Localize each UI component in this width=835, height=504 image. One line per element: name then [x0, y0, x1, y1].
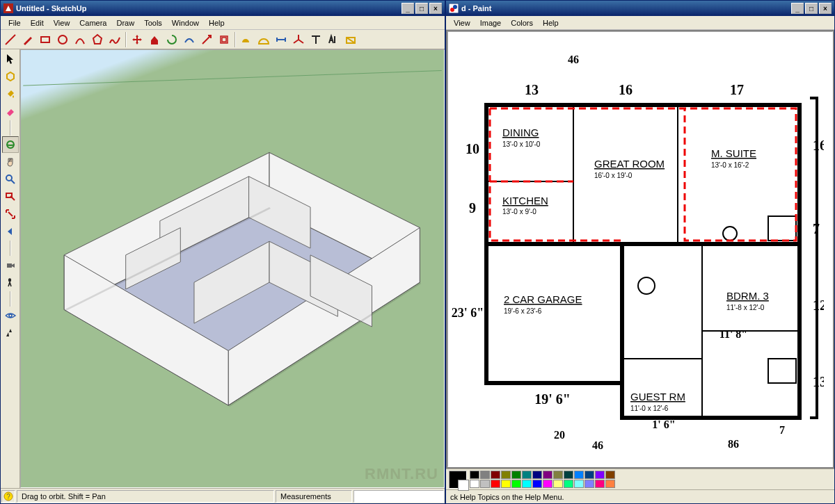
status-help-icon[interactable]: ?: [1, 490, 15, 503]
palette-swatch[interactable]: [532, 480, 542, 488]
svg-text:12: 12: [813, 298, 824, 313]
rotate-icon[interactable]: [164, 31, 180, 48]
offset-icon[interactable]: [216, 31, 232, 48]
sketchup-app-icon: [3, 3, 13, 13]
maximize-button[interactable]: □: [805, 3, 818, 14]
component-icon[interactable]: [2, 68, 19, 85]
sketchup-top-toolbar: [1, 30, 445, 49]
svg-line-1: [23, 70, 441, 86]
walk-icon[interactable]: [2, 274, 19, 291]
palette-swatch[interactable]: [480, 471, 490, 479]
paint-color-box: [446, 469, 834, 489]
maximize-button[interactable]: □: [415, 3, 428, 14]
palette-swatch[interactable]: [595, 471, 605, 479]
palette-swatch[interactable]: [574, 480, 584, 488]
palette-swatch[interactable]: [564, 471, 573, 479]
select-icon[interactable]: [2, 51, 19, 67]
palette-swatch[interactable]: [511, 480, 521, 488]
look-around-icon[interactable]: [2, 307, 19, 324]
zoom-icon[interactable]: [2, 171, 19, 188]
svg-text:16'-0 x 19'-0: 16'-0 x 19'-0: [594, 172, 633, 179]
palette-swatch[interactable]: [605, 471, 615, 479]
polygon-icon[interactable]: [89, 31, 106, 48]
pencil-icon[interactable]: [19, 31, 36, 48]
menu-camera[interactable]: Camera: [74, 17, 111, 29]
palette-swatch[interactable]: [470, 471, 479, 479]
rectangle-icon[interactable]: [37, 31, 54, 48]
text-icon[interactable]: [308, 31, 324, 48]
menu-window[interactable]: Window: [167, 17, 204, 29]
svg-text:GUEST RM: GUEST RM: [630, 391, 685, 403]
shadows-icon[interactable]: [2, 325, 19, 341]
palette-swatch[interactable]: [574, 471, 584, 479]
palette-swatch[interactable]: [501, 480, 511, 488]
svg-text:13: 13: [525, 82, 539, 97]
palette-swatch[interactable]: [522, 471, 532, 479]
eraser-icon[interactable]: [2, 103, 19, 120]
minimize-button[interactable]: _: [791, 3, 804, 14]
palette-swatch[interactable]: [595, 480, 605, 488]
paint-titlebar[interactable]: d - Paint _ □ ×: [446, 1, 834, 16]
palette-swatch[interactable]: [532, 471, 542, 479]
minimize-button[interactable]: _: [401, 3, 414, 14]
move-icon[interactable]: [129, 31, 145, 48]
pan-icon[interactable]: [2, 154, 19, 170]
palette-swatch[interactable]: [553, 480, 563, 488]
paint-bucket-icon[interactable]: [2, 86, 19, 102]
svg-text:?: ?: [6, 493, 10, 501]
palette-swatch[interactable]: [584, 480, 594, 488]
menu-colors[interactable]: Colors: [506, 17, 538, 29]
3dtext-icon[interactable]: [325, 31, 342, 48]
scale-icon[interactable]: [198, 31, 215, 48]
palette-swatch[interactable]: [511, 471, 521, 479]
separator: [234, 32, 236, 47]
palette-swatch[interactable]: [480, 480, 490, 488]
menu-tools[interactable]: Tools: [139, 17, 167, 29]
dimension-icon[interactable]: [273, 31, 289, 48]
palette-swatch[interactable]: [584, 471, 594, 479]
menu-help[interactable]: Help: [204, 17, 230, 29]
zoom-window-icon[interactable]: [2, 188, 19, 205]
palette-swatch[interactable]: [491, 471, 500, 479]
menu-help[interactable]: Help: [538, 17, 564, 29]
palette-swatch[interactable]: [543, 471, 552, 479]
menu-view[interactable]: View: [449, 17, 475, 29]
palette-swatch[interactable]: [470, 480, 479, 488]
zoom-extents-icon[interactable]: [2, 206, 19, 222]
palette-swatch[interactable]: [491, 480, 500, 488]
menu-edit[interactable]: Edit: [26, 17, 49, 29]
pushpull-icon[interactable]: [146, 31, 163, 48]
menu-view[interactable]: View: [49, 17, 75, 29]
arc-icon[interactable]: [72, 31, 88, 48]
previous-icon[interactable]: [2, 223, 19, 240]
circle-icon[interactable]: [54, 31, 71, 48]
palette-swatch[interactable]: [605, 480, 615, 488]
orbit-icon[interactable]: [2, 136, 19, 153]
palette-swatch[interactable]: [553, 471, 563, 479]
paint-canvas[interactable]: DINING 13'-0 x 10'-0 GREAT ROOM 16'-0 x …: [447, 31, 833, 467]
axes-icon[interactable]: [290, 31, 307, 48]
palette-swatch[interactable]: [522, 480, 532, 488]
paint-menubar: View Image Colors Help: [446, 16, 834, 30]
sketchup-title: Untitled - SketchUp: [16, 4, 86, 13]
sketchup-titlebar[interactable]: Untitled - SketchUp _ □ ×: [1, 1, 445, 16]
close-button[interactable]: ×: [429, 3, 442, 14]
freehand-icon[interactable]: [106, 31, 123, 48]
menu-file[interactable]: File: [3, 17, 26, 29]
close-button[interactable]: ×: [819, 3, 832, 14]
protractor-icon[interactable]: [255, 31, 272, 48]
current-colors[interactable]: [449, 471, 467, 489]
menu-image[interactable]: Image: [475, 17, 507, 29]
tape-icon[interactable]: [238, 31, 255, 48]
svg-text:11'-0 x 12'-6: 11'-0 x 12'-6: [630, 405, 669, 412]
line-icon[interactable]: [2, 31, 19, 48]
palette-swatch[interactable]: [543, 480, 552, 488]
position-camera-icon[interactable]: [2, 257, 19, 273]
menu-draw[interactable]: Draw: [111, 17, 139, 29]
palette-swatch[interactable]: [564, 480, 573, 488]
status-measure-value[interactable]: [353, 490, 444, 503]
section-icon[interactable]: [342, 31, 359, 48]
sketchup-viewport[interactable]: RMNT.RU: [20, 49, 445, 488]
palette-swatch[interactable]: [501, 471, 511, 479]
followme-icon[interactable]: [181, 31, 198, 48]
